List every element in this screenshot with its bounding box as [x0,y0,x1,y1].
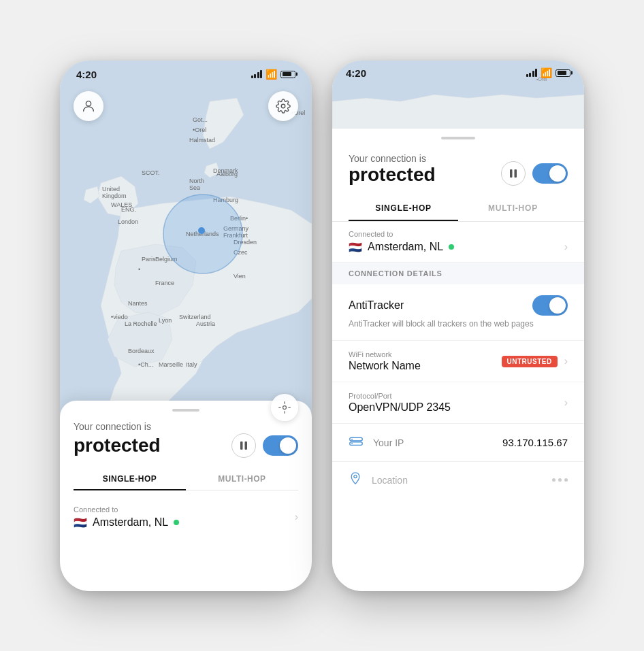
connected-row[interactable]: Connected to 🇳🇱 Amsterdam, NL › [74,500,298,535]
svg-point-52 [354,475,357,478]
svg-point-38 [198,227,205,234]
chevron-right-icon: › [295,511,298,523]
ip-value: 93.170.115.67 [502,437,568,448]
wifi-right: UNTRUSTED › [502,355,568,367]
wifi-label: WiFi network [349,350,421,358]
right-tab-single-hop[interactable]: SINGLE-HOP [349,197,458,221]
svg-rect-41 [240,441,243,450]
svg-rect-47 [515,169,517,178]
battery-icon [280,71,295,78]
status-time: 4:20 [76,69,97,80]
svg-text:•viedo: •viedo [111,314,128,320]
svg-text:Bordeaux: Bordeaux [128,348,155,354]
locate-button[interactable] [271,394,298,421]
svg-text:Got...: Got... [193,116,208,123]
svg-text:•Orel: •Orel [193,127,206,133]
svg-text:Aalborg: Aalborg [216,171,238,178]
status-bar: 4:20 📶 [60,61,312,83]
panel-handle [172,409,199,412]
svg-text:Lyon: Lyon [159,317,172,324]
wifi-name: Network Name [349,360,421,372]
location-pin-icon [349,471,362,488]
vpn-toggle[interactable] [263,435,298,456]
svg-text:ENG.: ENG. [121,206,136,213]
map-area: United Kingdom WALES ENG. London Denmark… [60,61,312,441]
protocol-label: Protocol/Port [349,392,451,400]
svg-text:North: North [189,178,204,184]
protected-title: protected [74,435,161,456]
antitracker-description: AntiTracker will block all trackers on t… [349,318,568,330]
svg-point-51 [351,444,353,445]
connection-status-row: protected [74,433,298,458]
right-connection-header: Your connection is protected [332,148,584,197]
bottom-panel: Your connection is protected SI [60,401,312,591]
connection-status-text: Your connection is [74,421,298,432]
svg-text:Austria: Austria [196,320,215,327]
right-vpn-toggle[interactable] [532,163,568,184]
location-loading [552,478,568,482]
right-nl-flag: 🇳🇱 [349,241,362,254]
right-battery-icon [556,69,570,77]
svg-text:La Rochelle: La Rochelle [125,320,157,327]
right-tab-multi-hop[interactable]: MULTI-HOP [458,197,568,221]
right-signal-icon [526,69,538,77]
svg-text:Paris: Paris [142,256,156,263]
svg-text:Italy: Italy [186,361,197,368]
right-connected-row[interactable]: Connected to 🇳🇱 Amsterdam, NL › [332,222,584,263]
signal-bars-icon [251,70,263,78]
right-phone: •Orel slo 4:20 📶 [332,61,584,591]
antitracker-toggle[interactable] [532,295,568,316]
svg-text:•Ch...: •Ch... [138,361,153,368]
wifi-row[interactable]: WiFi network Network Name UNTRUSTED › [332,341,584,382]
svg-text:Nantes: Nantes [128,300,148,307]
svg-point-39 [86,101,91,105]
right-panel-handle [441,137,475,139]
connection-details-header: CONNECTION DETAILS [332,263,584,284]
right-controls [501,161,568,186]
settings-button[interactable] [268,91,298,121]
svg-rect-46 [510,169,513,178]
right-tabs: SINGLE-HOP MULTI-HOP [332,197,584,222]
protocol-value: OpenVPN/UDP 2345 [349,401,451,414]
svg-text:Vien: Vien [234,273,246,280]
wifi-info: WiFi network Network Name [349,350,421,372]
svg-point-40 [283,405,287,409]
wifi-chevron-icon: › [564,355,568,367]
antitracker-row: AntiTracker AntiTracker will block all t… [332,284,584,341]
tabs-row: SINGLE-HOP MULTI-HOP [74,469,298,490]
svg-point-50 [351,439,353,440]
protocol-row[interactable]: Protocol/Port OpenVPN/UDP 2345 › [332,382,584,424]
right-pause-button[interactable] [501,161,526,186]
right-connected-label: Connected to [349,230,568,238]
untrusted-badge: UNTRUSTED [502,356,558,367]
online-indicator [174,520,179,525]
svg-text:Switzerland: Switzerland [179,314,211,320]
pause-button[interactable] [231,433,256,458]
right-status-text: Your connection is [349,153,436,164]
svg-text:Marseille: Marseille [159,361,183,368]
ip-label: Your IP [373,437,493,448]
svg-text:SCOT.: SCOT. [142,169,160,176]
right-chevron-icon: › [564,241,568,253]
svg-text:France: France [155,280,174,286]
connected-location: 🇳🇱 Amsterdam, NL [74,516,179,529]
profile-button[interactable] [74,91,103,121]
right-toggle-thumb [549,165,566,182]
tab-multi-hop[interactable]: MULTI-HOP [186,469,298,490]
connected-label: Connected to [74,505,179,514]
antitracker-toggle-thumb [549,297,566,314]
svg-text:Kingdom: Kingdom [102,193,127,199]
svg-text:Halmstad: Halmstad [189,137,215,144]
location-label: Location [372,475,543,486]
right-protected-title: protected [349,164,436,185]
ip-row: Your IP 93.170.115.67 [332,424,584,462]
svg-rect-42 [245,441,248,450]
svg-text:United: United [102,186,120,193]
wifi-icon: 📶 [265,69,277,80]
toggle-thumb [280,437,296,454]
controls-row [231,433,298,458]
left-phone: United Kingdom WALES ENG. London Denmark… [60,61,312,591]
nl-flag: 🇳🇱 [74,516,87,529]
tab-single-hop[interactable]: SINGLE-HOP [74,469,186,490]
svg-text:London: London [118,218,138,225]
